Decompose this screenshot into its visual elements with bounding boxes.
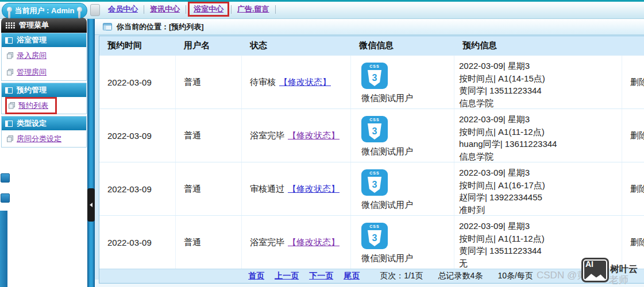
css3-logo-avatar: CSS 3 (361, 63, 388, 89)
sidebar-item-manage-room[interactable]: 管理房间 (2, 64, 86, 80)
cell-actions: 删除 (622, 216, 644, 269)
css3-logo-shield: 3 (368, 123, 381, 139)
modify-status-link[interactable]: 【修改状态】 (279, 77, 331, 88)
table-row: 2022-03-09 普通 审核通过 【修改状态】 CSS 3 微信测试用户 2… (99, 162, 644, 215)
total-records-info: 总记录数4条 (438, 271, 483, 281)
cell-actions: 删除 (622, 56, 644, 108)
nav-news-center[interactable]: 资讯中心 (150, 4, 180, 14)
left-edge-strip (0, 211, 7, 287)
sidebar-item-enter-room[interactable]: 录入房间 (2, 47, 86, 64)
info-line: 按时间点| A1(14-15点) (459, 72, 622, 85)
cell-wechat: CSS 3 微信测试用户 (351, 109, 454, 162)
watermark-text: CSDN @黄 (537, 269, 587, 282)
info-line: 信息学院 (459, 150, 622, 163)
table-row: 2022-03-09 普通 浴室完毕 【修改状态】 CSS 3 微信测试用户 2… (99, 215, 644, 269)
window-icon (5, 121, 13, 127)
sidebar-link-enter-room[interactable]: 录入房间 (17, 51, 47, 61)
cell-status: 浴室完毕 【修改状态】 (242, 216, 351, 269)
info-line: 2022-03-09| 星期3 (459, 166, 622, 179)
admin-screen: 当前用户 : Admin 会员中心 资讯中心 浴室中心 广告.留言 管理菜单 (0, 0, 644, 287)
wechat-username: 微信测试用户 (361, 253, 454, 264)
cell-username: 普通 (176, 56, 242, 108)
sidebar-item-reservation-list[interactable]: 预约列表 (2, 97, 86, 114)
nav-ads-messages[interactable]: 广告.留言 (237, 4, 269, 14)
info-line: 按时间点| A1(16-17点) (459, 179, 622, 192)
sidebar-link-manage-room[interactable]: 管理房间 (17, 67, 47, 77)
info-line: 准时到 (459, 204, 622, 216)
cell-status: 浴室完毕 【修改状态】 (242, 109, 351, 162)
cell-actions: 删除 (622, 109, 644, 162)
modify-status-link[interactable]: 【修改状态】 (288, 130, 340, 141)
left-edge-tab[interactable] (1, 193, 10, 203)
sidebar-section-reservation-mgmt: 预约管理 预约列表 (1, 83, 87, 114)
page-icon (7, 135, 13, 142)
info-line: 2022-03-09| 星期3 (459, 220, 622, 232)
cell-wechat: CSS 3 微信测试用户 (351, 162, 454, 215)
cell-wechat: CSS 3 微信测试用户 (351, 216, 454, 269)
cell-reservation-info: 2022-03-09| 星期3 按时间点| A1(11-12点) huang同学… (454, 109, 622, 162)
section-header-type-settings[interactable]: 类型设定 (2, 117, 86, 130)
watermark-brand: 树叶云 (610, 263, 638, 276)
current-user-label: 当前用户 : Admin (15, 6, 75, 16)
cell-date: 2022-03-09 (99, 109, 176, 162)
page-number-info: 页次：1/1页 (380, 271, 423, 281)
section-header-reservation-mgmt[interactable]: 预约管理 (2, 83, 86, 97)
cell-reservation-info: 2022-03-09| 星期3 按时间点| A1(14-15点) 黄同学| 13… (454, 56, 622, 108)
css3-logo-top-text: CSS (361, 224, 388, 228)
cell-reservation-info: 2022-03-09| 星期3 按时间点| A1(16-17点) 赵同学| 13… (454, 162, 622, 215)
status-text: 待审核 (250, 77, 276, 88)
column-header-username: 用户名 (176, 40, 242, 51)
pin-icon (77, 7, 82, 12)
column-header-date: 预约时间 (99, 40, 176, 51)
breadcrumb: 你当前的位置：[预约列表] (117, 22, 204, 32)
pagination-first[interactable]: 首页 (248, 271, 264, 281)
left-edge-tab[interactable] (1, 173, 10, 183)
top-nav: 会员中心 资讯中心 浴室中心 广告.留言 (102, 0, 276, 18)
info-line: 黄同学| 13511223344 (459, 84, 622, 97)
delete-link[interactable]: 删除 (630, 237, 644, 248)
css3-logo-avatar: CSS 3 (361, 223, 388, 249)
window-icon (5, 87, 13, 94)
status-text: 浴室完毕 (250, 130, 284, 141)
info-line: 黄同学| 13511223344 (459, 245, 622, 257)
delete-link[interactable]: 删除 (630, 184, 644, 195)
column-header-info: 预约信息 (454, 40, 622, 51)
sidebar-link-room-category[interactable]: 房间分类设定 (17, 134, 61, 144)
delete-link[interactable]: 删除 (630, 130, 644, 141)
pagination-last[interactable]: 尾页 (344, 271, 360, 281)
nav-divider (231, 5, 232, 14)
current-user-badge: 当前用户 : Admin (2, 3, 87, 18)
cell-username: 普通 (176, 109, 242, 162)
pagination-prev[interactable]: 上一页 (275, 271, 299, 281)
column-header-wechat: 微信信息 (351, 40, 454, 51)
delete-link[interactable]: 删除 (630, 77, 644, 88)
section-header-bathroom-mgmt[interactable]: 浴室管理 (2, 33, 86, 47)
collapse-menu-button[interactable] (90, 4, 100, 16)
wechat-username: 微信测试用户 (361, 200, 454, 211)
page-icon (7, 52, 13, 59)
nav-divider (186, 5, 186, 14)
css3-logo-avatar: CSS 3 (361, 169, 388, 196)
cell-actions: 删除 (622, 162, 644, 215)
nav-bathroom-center[interactable]: 浴室中心 (194, 4, 223, 14)
table-row: 2022-03-09 普通 待审核 【修改状态】 CSS 3 微信测试用户 20… (99, 55, 644, 108)
per-page-info: 10条/每页 (498, 271, 533, 281)
modify-status-link[interactable]: 【修改状态】 (288, 237, 340, 248)
pin-icon (7, 7, 12, 12)
pagination-next[interactable]: 下一页 (309, 271, 333, 281)
section-title: 浴室管理 (17, 35, 47, 45)
sidebar-item-room-category[interactable]: 房间分类设定 (2, 130, 86, 147)
sidebar: 浴室管理 录入房间 管理房间 预约管理 (1, 33, 87, 149)
status-text: 审核通过 (250, 184, 284, 195)
annotation-box-bathroom-center: 浴室中心 (188, 2, 229, 17)
splitter-collapse-handle[interactable] (87, 188, 95, 222)
modify-status-link[interactable]: 【修改状态】 (288, 184, 340, 195)
window-icon (5, 37, 13, 44)
cell-status: 审核通过 【修改状态】 (242, 162, 351, 215)
status-text: 浴室完毕 (250, 237, 284, 248)
css3-logo-top-text: CSS (361, 118, 388, 122)
wechat-username: 微信测试用户 (361, 146, 454, 157)
sidebar-link-reservation-list[interactable]: 预约列表 (18, 100, 48, 111)
nav-member-center[interactable]: 会员中心 (108, 4, 138, 14)
css3-logo-shield: 3 (368, 177, 381, 193)
